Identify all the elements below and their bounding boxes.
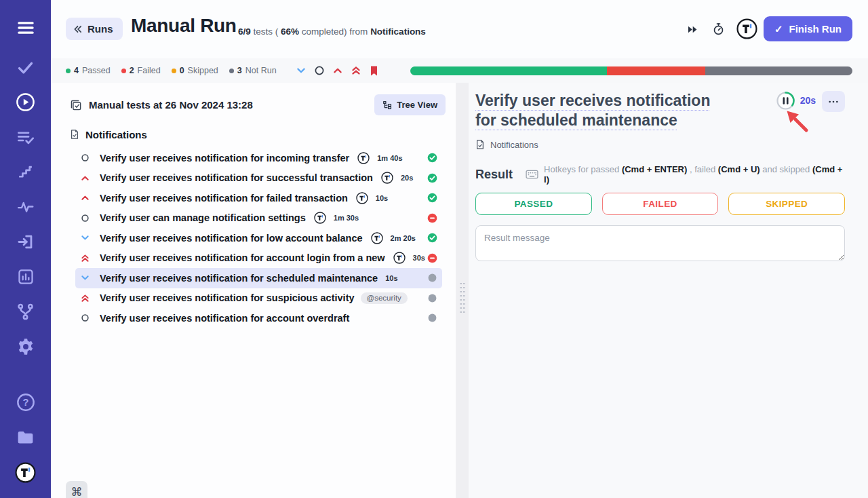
- test-row[interactable]: Verify user receives notification for su…: [75, 288, 442, 309]
- keyboard-icon: [526, 170, 538, 179]
- sidebar-item-list-check[interactable]: [0, 120, 51, 155]
- run-stats: 6/9 tests ( 66% completed) from Notifica…: [238, 26, 426, 37]
- suite-row[interactable]: Notifications: [70, 126, 456, 142]
- result-message-input[interactable]: [475, 225, 845, 261]
- sidebar-item-logo[interactable]: [0, 455, 51, 491]
- suite-name: Notifications: [85, 129, 147, 140]
- test-duration: 20s: [401, 174, 413, 182]
- sidebar-item-check[interactable]: [0, 50, 51, 85]
- test-duration: 30s: [413, 254, 425, 262]
- status-counts: 4Passed2Failed0Skipped3Not Run: [66, 66, 277, 75]
- hotkey-text: , failed: [687, 164, 718, 174]
- file-check-icon: [475, 139, 485, 150]
- sidebar-item-folder[interactable]: [0, 420, 51, 455]
- list-header: Manual tests at 26 Nov 2024 13:28 Tree V…: [70, 94, 446, 116]
- panel-resizer[interactable]: [456, 83, 469, 498]
- main-area: Runs Manual Run 6/9 tests ( 66% complete…: [51, 0, 868, 498]
- testomat-logo-icon: [357, 152, 370, 164]
- list-check-icon: [16, 128, 35, 147]
- filter-double-chevron-up-button[interactable]: [351, 65, 361, 76]
- double-chevron-left-icon: [73, 24, 83, 34]
- back-to-runs-button[interactable]: Runs: [66, 18, 123, 40]
- status-bar: 4Passed2Failed0Skipped3Not Run: [51, 58, 868, 83]
- result-label: Result: [475, 168, 513, 182]
- count-value: 0: [180, 66, 184, 75]
- test-row[interactable]: Verify user receives notification for fa…: [75, 188, 442, 208]
- testomat-logo-icon: [371, 232, 383, 244]
- topbar: Runs Manual Run 6/9 tests ( 66% complete…: [51, 0, 868, 58]
- double-chevron-up-icon: [351, 65, 361, 76]
- play-circle-icon: [16, 92, 35, 112]
- pause-timer-button[interactable]: [776, 91, 795, 111]
- test-row-title: Verify user receives notification for ac…: [100, 313, 349, 324]
- sidebar-item-sign-in[interactable]: [0, 225, 51, 260]
- status-passed-icon: [427, 193, 437, 203]
- sidebar-item-pulse[interactable]: [0, 190, 51, 225]
- fast-forward-icon: [687, 25, 698, 34]
- page-title: Manual Run: [131, 15, 237, 37]
- test-row[interactable]: Verify user receives notification for su…: [75, 168, 442, 189]
- count-label: Failed: [138, 66, 161, 75]
- priority-high-icon: [80, 173, 90, 183]
- hotkey-text: Hotkeys for passed: [544, 164, 622, 174]
- menu-icon: [16, 18, 36, 38]
- stopwatch-button[interactable]: [712, 22, 725, 36]
- sidebar-item-git-branch[interactable]: [0, 294, 51, 330]
- svg-text:?: ?: [22, 398, 28, 408]
- tree-icon: [382, 100, 392, 110]
- priority-low-icon: [80, 273, 90, 283]
- count-label: Passed: [82, 66, 111, 75]
- pause-ring-icon: [776, 91, 795, 111]
- filter-chevron-up-button[interactable]: [332, 65, 343, 76]
- sidebar-item-help[interactable]: ?: [0, 385, 51, 421]
- test-tag: @security: [361, 292, 408, 304]
- sidebar-bottom-group: ?: [0, 385, 51, 491]
- priority-normal-icon: [80, 313, 90, 323]
- test-row[interactable]: Verify user receives notification for ac…: [75, 308, 442, 328]
- sidebar-item-menu[interactable]: [0, 10, 51, 45]
- mark-skipped-button[interactable]: SKIPPED: [728, 193, 845, 215]
- file-check-icon: [70, 129, 79, 140]
- hotkey-text: (Cmd + U): [718, 164, 760, 174]
- test-row[interactable]: Verify user receives notification for in…: [75, 148, 442, 168]
- sidebar-item-play-circle[interactable]: [0, 85, 51, 120]
- test-row[interactable]: Verify user receives notification for sc…: [75, 268, 442, 288]
- hotkey-text: and skipped: [760, 164, 812, 174]
- checklist-icon: [70, 99, 82, 111]
- finish-run-button[interactable]: ✓ Finish Run: [764, 16, 852, 41]
- folder-icon: [16, 427, 35, 447]
- test-list-panel: Manual tests at 26 Nov 2024 13:28 Tree V…: [51, 83, 456, 498]
- tree-view-button[interactable]: Tree View: [374, 94, 446, 115]
- sidebar-top-group: [0, 10, 51, 364]
- more-options-button[interactable]: [822, 91, 845, 112]
- sidebar-item-bar-chart[interactable]: [0, 260, 51, 295]
- chevron-up-icon: [332, 65, 343, 76]
- stats-text: tests (: [251, 26, 281, 37]
- command-key-button[interactable]: ⌘: [66, 481, 87, 498]
- sidebar-item-steps[interactable]: [0, 155, 51, 190]
- count-skipped: 0Skipped: [172, 66, 218, 75]
- sidebar-item-settings[interactable]: [0, 330, 51, 365]
- status-notrun-icon: [427, 293, 437, 303]
- test-row[interactable]: Verify user can manage notification sett…: [75, 208, 442, 229]
- resizer-grip-icon: [459, 282, 465, 315]
- finish-run-label: Finish Run: [789, 23, 842, 35]
- testomat-logo-icon[interactable]: [736, 18, 757, 39]
- mark-failed-button[interactable]: FAILED: [602, 193, 719, 215]
- test-duration: 10s: [385, 274, 397, 282]
- test-row[interactable]: Verify user receives notification for lo…: [75, 228, 442, 248]
- testomat-logo-icon: [381, 172, 393, 184]
- status-failed-icon: [427, 213, 437, 223]
- filter-bookmark-button[interactable]: [369, 65, 379, 77]
- test-row[interactable]: Verify user receives notification for ac…: [75, 248, 442, 269]
- status-notrun-icon: [427, 313, 437, 323]
- test-duration: 1m 40s: [377, 154, 402, 162]
- test-row-title: Verify user can manage notification sett…: [100, 212, 306, 223]
- filter-circle-button[interactable]: [314, 65, 325, 76]
- priority-highest-icon: [80, 253, 90, 263]
- status-passed-icon: [427, 153, 437, 163]
- mark-passed-button[interactable]: PASSED: [475, 193, 592, 215]
- filter-chevron-down-button[interactable]: [296, 65, 307, 76]
- fast-forward-button[interactable]: [687, 25, 698, 34]
- topbar-actions: ✓ Finish Run: [687, 16, 852, 41]
